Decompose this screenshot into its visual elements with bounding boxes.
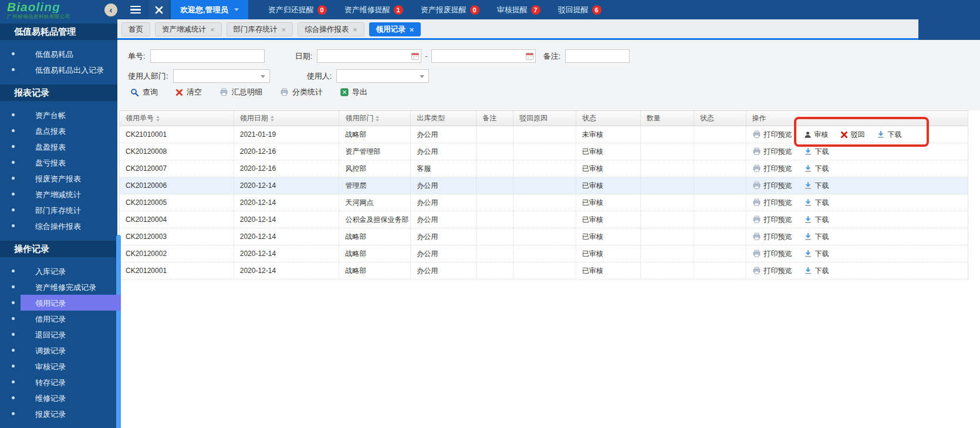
sidebar-item[interactable]: 部门库存统计 [0,202,117,218]
tab[interactable]: 综合操作报表× [298,22,364,36]
close-tab-icon[interactable]: × [282,26,286,33]
close-icon[interactable] [149,0,169,19]
notification-item[interactable]: 资产归还提醒0 [268,5,327,15]
date-from-input[interactable] [317,49,421,63]
sidebar-item[interactable]: 审核记录 [0,358,117,374]
notification-item[interactable]: 驳回提醒6 [558,5,601,15]
sidebar-item[interactable]: 低值易耗品 [0,46,117,62]
approve-button[interactable]: 审核 [804,126,829,143]
tab[interactable]: 资产增减统计× [155,22,222,36]
print-preview-button[interactable]: 打印预览 [752,126,792,143]
column-header[interactable]: 领用部门 [339,111,411,126]
print-preview-button[interactable]: 打印预览 [752,245,792,262]
action-label: 驳回 [851,126,865,143]
close-tab-icon[interactable]: × [410,26,414,33]
toolbar: 查询清空汇总明细分类统计导出 [130,87,367,97]
sidebar-item[interactable]: 退回记录 [0,326,117,342]
sidebar-item[interactable]: 报废记录 [0,406,117,422]
sidebar-item[interactable]: 低值易耗品出入记录 [0,62,117,77]
notification-item[interactable]: 资产报废提醒0 [421,5,479,15]
cell-status2 [694,194,746,211]
sidebar-item[interactable]: 资产维修完成记录 [0,279,117,295]
download-button[interactable]: 下载 [804,194,829,211]
cell-status2 [694,160,746,177]
notification-label: 资产归还提醒 [268,5,314,15]
close-tab-icon[interactable]: × [353,26,357,33]
toolbar-button-label: 清空 [187,87,202,97]
order-no-label: 单号: [128,51,146,62]
action-label: 下载 [815,228,829,245]
calendar-icon[interactable] [411,52,420,60]
print-preview-button[interactable]: 打印预览 [752,143,792,160]
export-button[interactable]: 导出 [340,87,367,97]
download-button[interactable]: 下载 [804,262,829,279]
sidebar-item[interactable]: 综合操作报表 [0,218,117,234]
table-row: CK201200082020-12-16资产管理部办公用已审核打印预览下载 [120,143,968,160]
user-menu[interactable]: 欢迎您,管理员 [171,0,248,19]
sidebar-item[interactable]: 资产增减统计 [0,186,117,202]
download-button[interactable]: 下载 [804,245,829,262]
notification-item[interactable]: 资产维修提醒1 [344,5,403,15]
column-header-label: 操作 [752,113,766,123]
download-button[interactable]: 下载 [804,160,829,177]
category-stats-button[interactable]: 分类统计 [280,87,323,97]
print-preview-button[interactable]: 打印预览 [752,262,792,279]
action-label: 打印预览 [764,126,792,143]
sidebar: 低值易耗品管理低值易耗品低值易耗品出入记录报表记录资产台帐盘点报表盘盈报表盘亏报… [0,19,117,428]
sidebar-item[interactable]: 转存记录 [0,374,117,390]
order-no-input[interactable] [150,49,265,63]
download-button[interactable]: 下载 [804,177,829,194]
date-to-input[interactable] [431,49,536,63]
sidebar-item[interactable]: 调拨记录 [0,342,117,358]
notification-item[interactable]: 审核提醒7 [497,5,540,15]
cell-quantity [641,126,694,143]
download-button[interactable]: 下载 [804,143,829,160]
calendar-icon[interactable] [525,52,534,60]
remark-input[interactable] [565,49,630,63]
action-label: 下载 [815,262,829,279]
user-dept-select[interactable] [173,69,270,83]
search-icon [130,88,139,97]
table-row: CK201200072020-12-16风控部客服已审核打印预览下载 [120,160,968,177]
close-tab-icon[interactable]: × [210,26,215,33]
sidebar-item[interactable]: 盘盈报表 [0,139,117,154]
collapse-sidebar-button[interactable]: ‹ [104,4,117,16]
cell-status2 [694,228,746,245]
sidebar-item[interactable]: 资产台帐 [0,107,117,123]
sidebar-item[interactable]: 报废资产报表 [0,170,117,186]
user-icon [804,131,812,139]
tab[interactable]: 首页 [121,22,150,36]
clear-button[interactable]: 清空 [175,87,202,97]
user-select[interactable] [336,69,429,83]
bullet-icon [12,52,15,55]
cell-actions: 打印预览下载 [746,228,968,245]
download-button[interactable]: 下载 [804,228,829,245]
summary-detail-button[interactable]: 汇总明细 [219,87,262,97]
printer-icon [752,267,761,275]
tab[interactable]: 领用记录× [369,22,421,36]
query-button[interactable]: 查询 [130,87,158,97]
print-preview-button[interactable]: 打印预览 [752,160,792,177]
sidebar-scrollbar[interactable] [116,235,121,428]
column-header[interactable]: 领用日期 [234,111,340,126]
column-header[interactable]: 领用单号 [120,111,234,126]
print-preview-button[interactable]: 打印预览 [752,177,792,194]
cell-status: 已审核 [576,228,641,245]
hamburger-menu-icon[interactable] [130,6,141,14]
sidebar-section-title: 操作记录 [0,241,117,257]
print-preview-button[interactable]: 打印预览 [752,194,792,211]
sidebar-item[interactable]: 盘点报表 [0,123,117,139]
print-preview-button[interactable]: 打印预览 [752,211,792,228]
remark-label: 备注: [543,51,561,62]
tab[interactable]: 部门库存统计× [227,22,293,36]
sidebar-item[interactable]: 借用记录 [0,311,117,326]
sidebar-item[interactable]: 维修记录 [0,390,117,406]
sidebar-item[interactable]: 入库记录 [0,263,117,279]
sidebar-item[interactable]: 盘亏报表 [0,154,117,170]
print-preview-button[interactable]: 打印预览 [752,228,792,245]
sidebar-item[interactable]: 领用记录 [0,295,117,311]
reject-button[interactable]: 驳回 [840,126,865,143]
cell-reject_reason [513,126,576,143]
download-button[interactable]: 下载 [804,211,829,228]
download-button[interactable]: 下载 [877,126,902,143]
